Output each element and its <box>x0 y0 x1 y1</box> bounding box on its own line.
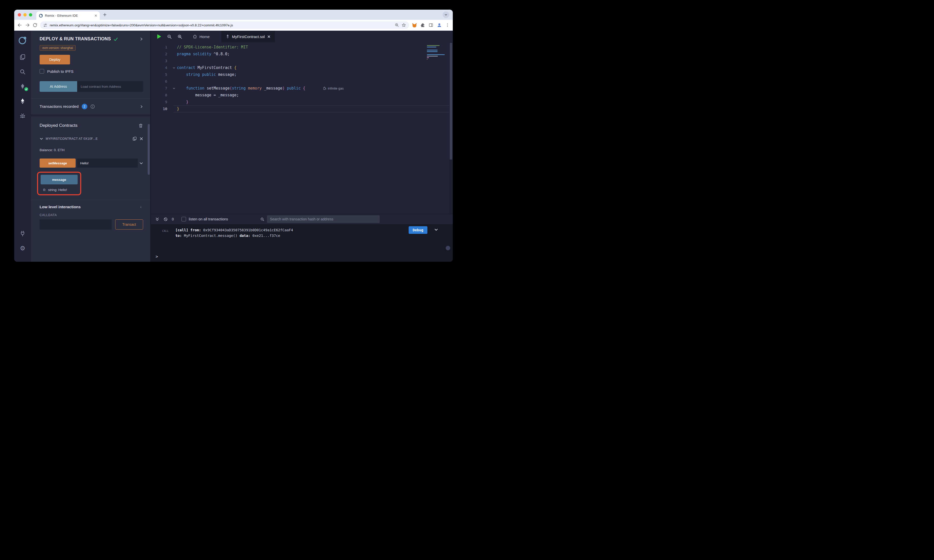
code-line[interactable]: 1// SPDX-License-Identifier: MIT <box>151 44 425 51</box>
deploy-run-panel: DEPLOY & RUN TRANSACTIONS evm version: s… <box>31 31 150 262</box>
site-settings-icon[interactable] <box>43 23 48 28</box>
code-editor[interactable]: 1// SPDX-License-Identifier: MIT2pragma … <box>151 42 453 214</box>
code-text: pragma solidity ^0.8.0; <box>177 51 230 58</box>
bookmark-star-icon[interactable] <box>402 23 406 28</box>
at-address-button[interactable]: At Address <box>40 81 77 92</box>
menu-kebab-icon[interactable] <box>445 23 450 28</box>
terminal-expand-icon[interactable] <box>155 217 159 222</box>
message-call-result: 0: string: Hello! <box>41 188 78 192</box>
fold-chevron-icon[interactable] <box>171 65 177 71</box>
solidity-compiler-icon[interactable] <box>17 81 28 92</box>
transactions-recorded-label: Transactions recorded <box>40 104 79 109</box>
editor-scrollbar-thumb[interactable] <box>450 43 452 160</box>
plugin-manager-icon[interactable] <box>17 228 28 239</box>
code-line[interactable]: 5 string public message; <box>151 71 425 78</box>
at-address-input[interactable] <box>77 81 143 92</box>
code-line[interactable]: 6 <box>151 78 425 85</box>
address-bar[interactable]: remix.ethereum.org/#lang=en&optimize=fal… <box>40 21 409 29</box>
annotation-highlight-box: message 0: string: Hello! <box>37 172 81 195</box>
forward-icon[interactable] <box>25 23 30 28</box>
code-line[interactable]: 7 function setMessage(string memory _mes… <box>151 85 425 92</box>
side-panel-icon[interactable] <box>428 23 433 28</box>
line-number: 5 <box>151 71 171 78</box>
metamask-icon[interactable] <box>412 22 417 28</box>
tab-myfirstcontract[interactable]: MyFirstContract.sol <box>221 31 275 42</box>
remix-logo-icon[interactable] <box>17 35 28 46</box>
log-expand-chevron-icon[interactable] <box>434 228 438 232</box>
code-text: // SPDX-License-Identifier: MIT <box>177 44 248 51</box>
settings-gear-icon[interactable]: ⚙ <box>17 243 28 254</box>
debug-button[interactable]: Debug <box>408 226 427 234</box>
panel-collapse-chevron-icon[interactable] <box>140 37 143 41</box>
zoom-in-icon[interactable] <box>177 34 182 39</box>
copy-address-icon[interactable] <box>132 136 137 141</box>
editor-tabbar: Home MyFirstContract.sol <box>151 31 453 42</box>
code-line[interactable]: 3 <box>151 58 425 65</box>
tab-file-close-icon[interactable] <box>267 35 271 38</box>
side-panel-scrollbar[interactable] <box>148 124 150 175</box>
new-tab-button[interactable] <box>103 13 107 17</box>
browser-tab[interactable]: Remix - Ethereum IDE <box>36 11 100 20</box>
contract-collapse-chevron-icon[interactable] <box>40 137 43 140</box>
code-line[interactable]: 4contract MyFirstContract { <box>151 65 425 71</box>
url-text[interactable]: remix.ethereum.org/#lang=en&optimize=fal… <box>50 23 392 27</box>
set-message-input[interactable] <box>77 158 138 168</box>
calldata-input[interactable] <box>40 219 112 229</box>
clear-deployed-trash-icon[interactable] <box>138 123 143 128</box>
title-check-icon <box>114 37 118 41</box>
tab-close-icon[interactable] <box>94 14 97 17</box>
code-lines: 1// SPDX-License-Identifier: MIT2pragma … <box>151 44 425 112</box>
expand-args-chevron-icon[interactable] <box>139 161 143 165</box>
publish-ipfs-checkbox[interactable] <box>40 69 44 74</box>
main-area: Home MyFirstContract.sol 1// SPDX-Licens… <box>150 31 453 262</box>
minimap[interactable] <box>427 43 449 60</box>
back-icon[interactable] <box>17 23 22 28</box>
profile-avatar-icon[interactable] <box>436 22 442 28</box>
set-message-button[interactable]: setMessage <box>40 158 76 168</box>
contract-balance: Balance: 0. ETH <box>40 148 143 152</box>
fold-gutter <box>171 58 177 65</box>
reload-icon[interactable] <box>32 23 37 28</box>
debugger-icon[interactable] <box>17 110 28 122</box>
code-line[interactable]: 10} <box>151 106 425 112</box>
code-text: message = _message; <box>177 92 239 98</box>
tab-home[interactable]: Home <box>193 34 210 39</box>
evm-version-badge: evm version: shanghai <box>40 45 76 51</box>
editor-scrollbar[interactable] <box>449 42 453 214</box>
search-icon[interactable] <box>17 66 28 77</box>
line-number: 7 <box>151 85 171 92</box>
fold-gutter <box>171 51 177 58</box>
fold-chevron-icon[interactable] <box>171 85 177 92</box>
transactions-expand-chevron-icon[interactable] <box>140 105 143 108</box>
listen-transactions-checkbox[interactable] <box>182 217 186 222</box>
extensions-puzzle-icon[interactable] <box>420 23 425 28</box>
fold-gutter <box>171 71 177 78</box>
terminal-prompt[interactable]: > <box>156 254 158 260</box>
low-level-info-icon[interactable] <box>139 205 143 209</box>
code-line[interactable]: 9 } <box>151 98 425 106</box>
deploy-button[interactable]: Deploy <box>40 55 70 65</box>
transact-button[interactable]: Transact <box>115 219 143 229</box>
call-type-badge: CALL <box>162 228 169 234</box>
zoom-icon[interactable] <box>395 23 399 28</box>
file-explorer-icon[interactable] <box>17 51 28 63</box>
code-line[interactable]: 2pragma solidity ^0.8.0; <box>151 51 425 58</box>
remove-instance-close-icon[interactable] <box>140 137 143 140</box>
line-number: 10 <box>151 106 171 112</box>
run-script-play-icon[interactable] <box>156 34 162 39</box>
scroll-to-bottom-handle[interactable] <box>446 246 450 250</box>
fold-gutter <box>171 78 177 85</box>
code-line[interactable]: 8 message = _message; <box>151 92 425 98</box>
zoom-out-icon[interactable] <box>167 34 172 39</box>
publish-ipfs-label: Publish to IPFS <box>47 69 73 74</box>
zoom-window-button[interactable] <box>29 13 32 17</box>
minimize-window-button[interactable] <box>23 13 27 17</box>
close-window-button[interactable] <box>18 13 21 17</box>
tab-search-button[interactable] <box>442 11 449 18</box>
terminal-clear-icon[interactable] <box>163 217 168 222</box>
browser-toolbar: remix.ethereum.org/#lang=en&optimize=fal… <box>14 20 453 31</box>
deploy-run-icon[interactable] <box>17 95 28 107</box>
terminal-search-input[interactable] <box>267 215 380 223</box>
message-getter-button[interactable]: message <box>41 175 78 185</box>
transactions-info-icon[interactable] <box>90 104 95 109</box>
